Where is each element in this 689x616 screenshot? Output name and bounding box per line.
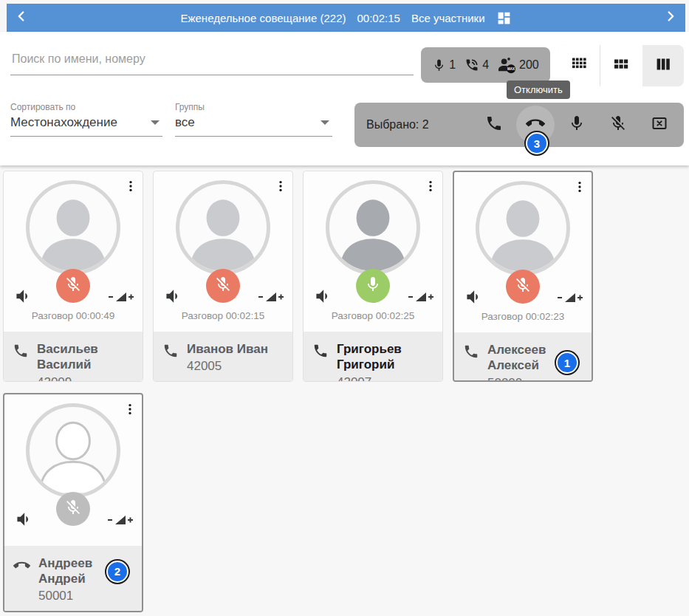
call-status: Разговор 00:02:25 <box>304 310 442 323</box>
mute-toggle-button[interactable] <box>206 269 240 303</box>
card-menu-button[interactable] <box>572 179 587 197</box>
participant-name: Васильев Василий <box>37 341 124 373</box>
participant-number: 50000 <box>487 376 575 383</box>
participant-number: 50001 <box>38 589 126 603</box>
speaker-button[interactable] <box>312 287 332 309</box>
card-menu-button[interactable] <box>273 179 288 196</box>
participant-card-selected[interactable]: Разговор 00:02:23 Алексеев Алексей 50000… <box>453 171 593 382</box>
call-status: Разговор 00:02:15 <box>154 310 292 323</box>
avatar <box>26 180 120 275</box>
sort-select[interactable]: Сортировать по Местонахождение <box>10 102 162 137</box>
mute-toggle-button[interactable] <box>506 270 540 304</box>
avatar-area <box>154 179 292 306</box>
conference-timer: 00:02:15 <box>357 12 400 24</box>
more-vert-icon <box>123 183 138 196</box>
selected-count-label: Выбрано: 2 <box>366 118 429 131</box>
clear-selection-button[interactable] <box>650 115 669 134</box>
mic-icon <box>432 58 446 72</box>
phone-icon <box>463 343 479 363</box>
mic-icon <box>364 276 382 296</box>
conference-stats-panel: 1 4 MAX 200 <box>421 47 550 83</box>
volume-adjust-control[interactable] <box>408 290 433 307</box>
chevron-right-icon <box>662 8 679 27</box>
groups-select-label: Группы <box>175 102 332 112</box>
disconnect-tooltip: Отключить <box>507 81 570 99</box>
card-menu-button[interactable] <box>123 179 138 196</box>
more-vert-icon <box>273 183 288 196</box>
speaker-button[interactable] <box>463 287 482 309</box>
unmute-selected-button[interactable] <box>567 115 586 134</box>
mute-selected-button[interactable] <box>609 115 628 134</box>
volume-icon <box>162 295 182 308</box>
participant-footer: Иванов Иван 42005 <box>154 332 292 381</box>
conference-title: Еженедельное совещание (222) <box>180 12 346 24</box>
avatar <box>326 180 420 275</box>
phone-in-talk-icon <box>465 58 479 72</box>
participants-grid: Разговор 00:00:49 Васильев Василий 42009 <box>0 165 689 612</box>
participant-card[interactable]: Разговор 00:02:15 Иванов Иван 42005 <box>153 171 293 382</box>
volume-level-icon <box>258 294 284 307</box>
card-menu-button[interactable] <box>423 179 438 196</box>
volume-level-icon <box>108 517 133 530</box>
hangup-icon <box>13 557 30 577</box>
view-toggle-group <box>558 45 684 86</box>
conference-app: Еженедельное совещание (222) 00:02:15 Вс… <box>0 0 689 616</box>
participant-number: 42005 <box>187 359 268 374</box>
participant-name: Григорьев Григорий <box>337 341 424 373</box>
sort-select-label: Сортировать по <box>10 102 162 112</box>
participant-card-selected[interactable]: Андреев Андрей 50001 2 <box>3 393 143 612</box>
call-selected-button[interactable] <box>484 115 504 134</box>
volume-adjust-control[interactable] <box>558 290 583 308</box>
selection-toolbar-actions <box>484 115 669 134</box>
participant-footer: Андреев Андрей 50001 2 <box>4 546 142 612</box>
prev-conference-button[interactable] <box>7 4 36 32</box>
card-menu-button[interactable] <box>123 402 137 420</box>
avatar-area <box>4 179 143 306</box>
participant-card[interactable]: Разговор 00:00:49 Васильев Василий 42009 <box>3 171 143 382</box>
groups-select[interactable]: Группы все <box>175 102 332 137</box>
volume-adjust-control[interactable] <box>258 290 284 307</box>
view-columns-button[interactable] <box>642 45 684 86</box>
search-field-wrap <box>10 45 414 75</box>
mute-toggle-button[interactable] <box>356 269 390 303</box>
phone-icon <box>312 343 329 362</box>
mic-off-icon <box>609 114 627 135</box>
call-status: Разговор 00:00:49 <box>4 310 143 323</box>
volume-icon <box>312 295 332 308</box>
annotation-badge-1: 1 <box>556 352 578 374</box>
max-capacity-count: 200 <box>519 58 539 72</box>
mute-toggle-button[interactable] <box>56 269 90 303</box>
avatar-outline <box>26 403 120 498</box>
volume-adjust-control[interactable] <box>109 290 134 307</box>
grid-medium-icon <box>613 56 629 75</box>
header-title-group: Еженедельное совещание (222) 00:02:15 Вс… <box>36 10 656 26</box>
volume-level-icon <box>408 294 433 307</box>
speaker-button[interactable] <box>162 287 182 309</box>
avatar <box>176 180 270 275</box>
mic-icon <box>568 114 586 135</box>
next-conference-button[interactable] <box>656 4 685 32</box>
speaker-button[interactable] <box>13 510 32 532</box>
participant-footer: Васильев Василий 42009 <box>4 332 143 382</box>
phone-icon <box>162 343 179 362</box>
participant-card[interactable]: Разговор 00:02:25 Григорьев Григорий 420… <box>303 171 443 382</box>
dashboard-icon[interactable] <box>496 10 512 26</box>
volume-level-icon <box>558 295 583 307</box>
participants-mode-label: Все участники <box>411 12 485 24</box>
chevron-down-icon <box>320 120 329 125</box>
view-medium-grid-button[interactable] <box>600 45 642 86</box>
chevron-left-icon <box>13 8 30 27</box>
svg-text:MAX: MAX <box>507 67 515 71</box>
volume-adjust-control[interactable] <box>108 513 133 530</box>
stat-mics-on: 1 <box>432 58 456 72</box>
more-vert-icon <box>572 184 587 196</box>
mute-toggle-button-disabled <box>56 492 90 526</box>
mic-off-icon <box>64 276 82 296</box>
avatar-area <box>4 402 142 529</box>
person-max-icon: MAX <box>498 57 516 74</box>
grid-small-icon <box>571 56 587 75</box>
speaker-button[interactable] <box>13 287 32 309</box>
phone-icon <box>13 343 29 362</box>
volume-icon <box>463 296 482 309</box>
search-input[interactable] <box>10 45 414 75</box>
